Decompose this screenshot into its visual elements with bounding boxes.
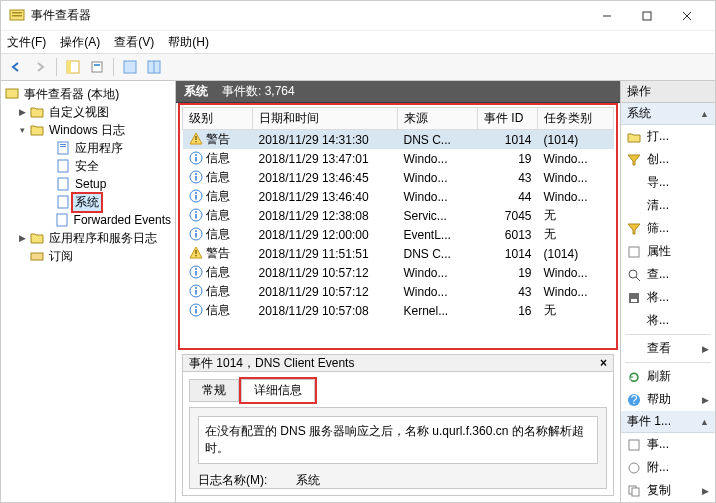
col-level[interactable]: 级别	[183, 108, 253, 130]
panel1-icon[interactable]	[119, 56, 141, 78]
tab-details[interactable]: 详细信息	[241, 379, 315, 402]
svg-rect-46	[195, 290, 197, 295]
log-icon	[56, 195, 70, 209]
log-icon	[55, 213, 69, 227]
svg-rect-40	[195, 250, 196, 254]
svg-rect-4	[643, 12, 651, 20]
action-clear[interactable]: 清...	[621, 194, 715, 217]
tree-apps-services[interactable]: 应用程序和服务日志	[47, 230, 159, 247]
table-row[interactable]: 信息2018/11/29 13:46:45Windo...43Windo...	[183, 168, 614, 187]
properties-icon	[627, 245, 641, 259]
svg-rect-10	[94, 64, 100, 66]
log-icon	[56, 141, 70, 155]
expand-icon[interactable]: ▶	[17, 233, 27, 243]
close-button[interactable]	[667, 3, 707, 29]
navigation-tree[interactable]: 事件查看器 (本地) ▶ 自定义视图 ▾ Windows 日志 ·应用程序 ·安…	[1, 81, 176, 502]
action-ev-copy[interactable]: 复制▶	[621, 479, 715, 502]
action-import[interactable]: 导...	[621, 171, 715, 194]
col-source[interactable]: 来源	[398, 108, 478, 130]
col-eventid[interactable]: 事件 ID	[478, 108, 538, 130]
search-icon	[627, 268, 641, 282]
actions-list[interactable]: 系统▲ 打... 创... 导... 清... 筛... 属性 查... 将..…	[621, 103, 715, 502]
action-ev-attach[interactable]: 附...	[621, 456, 715, 479]
tab-general[interactable]: 常规	[189, 379, 239, 402]
svg-rect-19	[58, 178, 68, 190]
table-row[interactable]: 信息2018/11/29 13:47:01Windo...19Windo...	[183, 149, 614, 168]
minimize-button[interactable]	[587, 3, 627, 29]
action-help[interactable]: ?帮助▶	[621, 388, 715, 411]
action-view[interactable]: 查看▶	[621, 337, 715, 360]
action-props[interactable]: 属性	[621, 240, 715, 263]
maximize-button[interactable]	[627, 3, 667, 29]
tree-setup[interactable]: Setup	[73, 177, 108, 191]
back-button[interactable]	[5, 56, 27, 78]
table-row[interactable]: 信息2018/11/29 12:00:00EventL...6013无	[183, 225, 614, 244]
tree-security[interactable]: 安全	[73, 158, 101, 175]
tree-forwarded[interactable]: Forwarded Events	[72, 213, 173, 227]
copy-icon	[627, 484, 641, 498]
tree-application[interactable]: 应用程序	[73, 140, 125, 157]
info-icon	[189, 189, 203, 203]
funnel-icon	[627, 153, 641, 167]
action-refresh[interactable]: 刷新	[621, 365, 715, 388]
svg-rect-22	[31, 253, 43, 260]
action-attach[interactable]: 将...	[621, 309, 715, 332]
log-icon	[56, 159, 70, 173]
menu-help[interactable]: 帮助(H)	[168, 34, 209, 51]
svg-rect-49	[195, 309, 197, 314]
svg-rect-29	[195, 176, 197, 181]
table-row[interactable]: 信息2018/11/29 10:57:12Windo...43Windo...	[183, 282, 614, 301]
info-icon	[189, 265, 203, 279]
menu-action[interactable]: 操作(A)	[60, 34, 100, 51]
table-row[interactable]: 信息2018/11/29 10:57:12Windo...19Windo...	[183, 263, 614, 282]
forward-button[interactable]	[29, 56, 51, 78]
tree-custom-views[interactable]: 自定义视图	[47, 104, 111, 121]
action-ev-props[interactable]: 事...	[621, 433, 715, 456]
col-datetime[interactable]: 日期和时间	[253, 108, 398, 130]
eventviewer-app-icon	[9, 8, 25, 24]
actions-header: 操作	[621, 81, 715, 103]
log-icon	[56, 177, 70, 191]
svg-rect-58	[629, 440, 639, 450]
expand-icon[interactable]: ▶	[17, 107, 27, 117]
event-grid[interactable]: 级别 日期和时间 来源 事件 ID 任务类别 警告2018/11/29 14:3…	[182, 107, 614, 346]
action-find[interactable]: 查...	[621, 263, 715, 286]
col-taskcat[interactable]: 任务类别	[538, 108, 614, 130]
action-open[interactable]: 打...	[621, 125, 715, 148]
tree-system[interactable]: 系统	[73, 194, 101, 211]
panel2-icon[interactable]	[143, 56, 165, 78]
info-icon	[189, 284, 203, 298]
help-icon: ?	[627, 393, 641, 407]
svg-rect-35	[195, 214, 197, 219]
info-icon	[189, 303, 203, 317]
menu-view[interactable]: 查看(V)	[114, 34, 154, 51]
table-row[interactable]: 信息2018/11/29 12:38:08Servic...7045无	[183, 206, 614, 225]
svg-rect-17	[60, 146, 66, 147]
detail-close-icon[interactable]: ×	[600, 356, 607, 370]
properties-icon[interactable]	[86, 56, 108, 78]
eventviewer-root-icon	[5, 87, 19, 101]
subscriptions-icon	[30, 249, 44, 263]
info-icon	[189, 227, 203, 241]
table-row[interactable]: 警告2018/11/29 11:51:51DNS C...1014(1014)	[183, 244, 614, 263]
action-save[interactable]: 将...	[621, 286, 715, 309]
svg-point-47	[195, 287, 197, 289]
tree-subscriptions[interactable]: 订阅	[47, 248, 75, 265]
svg-rect-55	[631, 299, 637, 302]
collapse-icon[interactable]: ▾	[17, 125, 27, 135]
table-row[interactable]: 信息2018/11/29 13:46:40Windo...44Windo...	[183, 187, 614, 206]
attach-icon	[627, 461, 641, 475]
action-filter[interactable]: 筛...	[621, 217, 715, 240]
collapse-up-icon[interactable]: ▲	[700, 109, 709, 119]
tree-windows-logs[interactable]: Windows 日志	[47, 122, 127, 139]
svg-point-30	[195, 173, 197, 175]
action-create[interactable]: 创...	[621, 148, 715, 171]
table-row[interactable]: 信息2018/11/29 10:57:08Kernel...16无	[183, 301, 614, 320]
show-tree-icon[interactable]	[62, 56, 84, 78]
menu-file[interactable]: 文件(F)	[7, 34, 46, 51]
svg-rect-11	[124, 61, 136, 73]
svg-point-36	[195, 211, 197, 213]
table-row[interactable]: 警告2018/11/29 14:31:30DNS C...1014(1014)	[183, 130, 614, 150]
tree-root[interactable]: 事件查看器 (本地)	[22, 86, 121, 103]
collapse-up-icon[interactable]: ▲	[700, 417, 709, 427]
